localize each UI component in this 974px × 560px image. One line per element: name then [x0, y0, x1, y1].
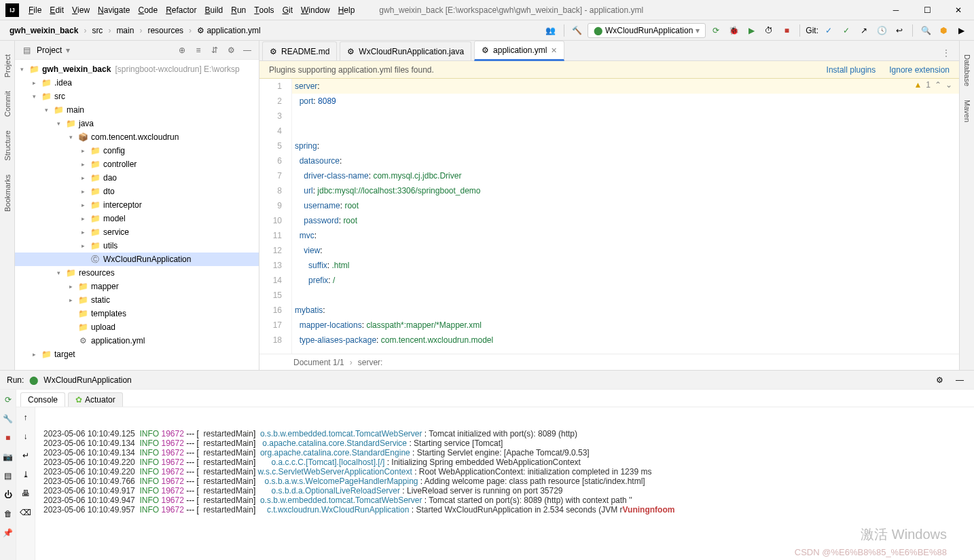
select-opened-file-icon[interactable]: ⊕: [176, 44, 188, 56]
menu-run[interactable]: Run: [227, 0, 250, 20]
breadcrumb[interactable]: main: [113, 24, 137, 37]
layout-action-icon[interactable]: ▤: [1, 468, 16, 483]
menu-edit[interactable]: Edit: [46, 0, 68, 20]
tools-action-icon[interactable]: 🔧: [1, 411, 16, 426]
delete-action-icon[interactable]: 🗑: [1, 506, 16, 521]
close-tab-icon[interactable]: ✕: [551, 46, 557, 55]
tree-node-utils[interactable]: ▸📁utils: [15, 239, 259, 253]
tree-node-mapper[interactable]: ▸📁mapper: [15, 280, 259, 293]
search-everywhere-icon[interactable]: 🔍: [918, 23, 933, 38]
editor-tab-wxcloudrunapplication-java[interactable]: ⚙WxCloudRunApplication.java: [340, 41, 471, 60]
tree-node--idea[interactable]: ▸📁.idea: [15, 76, 259, 90]
code-editor[interactable]: server: port: 8089 spring: datasource: d…: [292, 79, 959, 354]
menu-git[interactable]: Git: [278, 0, 297, 20]
editor-tab-readme-md[interactable]: ⚙README.md: [262, 41, 337, 60]
scroll-end-icon[interactable]: ⤓: [18, 467, 33, 482]
menu-tools[interactable]: Tools: [250, 0, 278, 20]
maximize-button[interactable]: ☐: [912, 0, 943, 20]
git-commit-icon[interactable]: ✓: [839, 23, 854, 38]
tree-node-dao[interactable]: ▸📁dao: [15, 171, 259, 185]
git-update-icon[interactable]: ✓: [821, 23, 836, 38]
tree-node-templates[interactable]: 📁templates: [15, 307, 259, 320]
tree-node-resources[interactable]: ▾📁resources: [15, 266, 259, 280]
dump-action-icon[interactable]: 📷: [1, 449, 16, 464]
tree-node-gwh_weixin_back[interactable]: ▾📁gwh_weixin_back[springboot-wxcloudrun]…: [15, 62, 259, 76]
menu-build[interactable]: Build: [201, 0, 228, 20]
menu-window[interactable]: Window: [297, 0, 334, 20]
tree-node-application-yml[interactable]: ⚙application.yml: [15, 334, 259, 348]
exit-action-icon[interactable]: ⏻: [1, 487, 16, 502]
jetbrains-icon[interactable]: ▶: [954, 23, 969, 38]
menu-refactor[interactable]: Refactor: [162, 0, 200, 20]
tree-node-interceptor[interactable]: ▸📁interceptor: [15, 198, 259, 212]
tree-node-service[interactable]: ▸📁service: [15, 225, 259, 239]
ide-settings-icon[interactable]: ⬢: [936, 23, 951, 38]
coverage-icon[interactable]: ▶: [744, 23, 759, 38]
run-config-selector[interactable]: ⬤ WxCloudRunApplication ▾: [588, 23, 706, 38]
breadcrumb[interactable]: gwh_weixin_back: [7, 24, 81, 37]
toolwindow-maven[interactable]: Maven: [963, 100, 971, 122]
settings-icon[interactable]: ⚙: [225, 44, 237, 56]
breadcrumb[interactable]: src: [89, 24, 105, 37]
menu-file[interactable]: File: [24, 0, 46, 20]
inspection-widget[interactable]: ▲ 1 ⌃⌄: [914, 80, 952, 90]
tree-node-main[interactable]: ▾📁main: [15, 103, 259, 117]
install-plugins-link[interactable]: Install plugins: [827, 65, 876, 75]
console-tab[interactable]: Console: [20, 392, 65, 407]
rerun-action-icon[interactable]: ⟳: [1, 392, 16, 407]
tree-node-target[interactable]: ▸📁target: [15, 348, 259, 361]
run-hide-icon[interactable]: —: [952, 373, 967, 388]
print-icon[interactable]: 🖶: [18, 486, 33, 501]
toolwindow-project[interactable]: Project: [3, 54, 12, 77]
run-config-label: WxCloudRunApplication: [605, 26, 693, 35]
editor-tab-application-yml[interactable]: ⚙application.yml✕: [474, 41, 564, 61]
git-push-icon[interactable]: ↗: [856, 23, 871, 38]
tree-node-java[interactable]: ▾📁java: [15, 117, 259, 130]
tree-node-dto[interactable]: ▸📁dto: [15, 185, 259, 198]
toolwindow-bookmarks[interactable]: Bookmarks: [3, 174, 12, 212]
up-icon[interactable]: ↑: [18, 410, 33, 425]
menu-help[interactable]: Help: [334, 0, 359, 20]
collapse-all-icon[interactable]: ⇵: [209, 44, 221, 56]
console-output[interactable]: 2023-05-06 10:10:49.125 INFO 19672 --- […: [35, 407, 974, 560]
minimize-button[interactable]: ─: [880, 0, 912, 20]
ignore-extension-link[interactable]: Ignore extension: [889, 65, 950, 75]
build-icon[interactable]: 🔨: [570, 23, 585, 38]
cwm-icon[interactable]: 👥: [543, 23, 558, 38]
stop-action-icon[interactable]: ■: [1, 430, 16, 445]
profile-icon[interactable]: ⏱: [761, 23, 776, 38]
debug-icon[interactable]: 🐞: [726, 23, 741, 38]
run-tool-window: Run: ⬤ WxCloudRunApplication ⚙ — ⟳ 🔧 ■ 📷…: [0, 370, 974, 560]
rerun-icon[interactable]: ⟳: [708, 23, 723, 38]
hide-icon[interactable]: —: [241, 44, 253, 56]
tree-node-controller[interactable]: ▸📁controller: [15, 157, 259, 171]
down-icon[interactable]: ↓: [18, 429, 33, 444]
close-button[interactable]: ✕: [943, 0, 974, 20]
tree-node-com-tencent-wxcloudrun[interactable]: ▾📦com.tencent.wxcloudrun: [15, 130, 259, 144]
toolwindow-structure[interactable]: Structure: [3, 130, 12, 161]
tree-node-upload[interactable]: 📁upload: [15, 320, 259, 334]
stop-icon[interactable]: ■: [779, 23, 794, 38]
tree-node-config[interactable]: ▸📁config: [15, 144, 259, 157]
toolwindow-database[interactable]: Database: [963, 54, 971, 86]
project-view-icon[interactable]: ▤: [20, 44, 33, 56]
clear-icon[interactable]: ⌫: [18, 505, 33, 520]
breadcrumb[interactable]: resources: [145, 24, 186, 37]
menu-navigate[interactable]: Navigate: [94, 0, 134, 20]
tree-node-static[interactable]: ▸📁static: [15, 293, 259, 307]
tabs-menu-icon[interactable]: ⋮: [939, 45, 954, 60]
menu-view[interactable]: View: [68, 0, 94, 20]
breadcrumb[interactable]: ⚙ application.yml: [194, 24, 264, 37]
soft-wrap-icon[interactable]: ↵: [18, 448, 33, 463]
git-rollback-icon[interactable]: ↩: [892, 23, 907, 38]
toolwindow-commit[interactable]: Commit: [3, 91, 12, 117]
tree-node-src[interactable]: ▾📁src: [15, 90, 259, 103]
git-history-icon[interactable]: 🕓: [874, 23, 889, 38]
tree-node-wxcloudrunapplication[interactable]: ⒸWxCloudRunApplication: [15, 253, 259, 266]
menu-code[interactable]: Code: [134, 0, 162, 20]
expand-all-icon[interactable]: ≡: [192, 44, 204, 56]
pin-action-icon[interactable]: 📌: [1, 525, 16, 540]
run-settings-icon[interactable]: ⚙: [932, 373, 947, 388]
tree-node-model[interactable]: ▸📁model: [15, 212, 259, 225]
actuator-tab[interactable]: ✿Actuator: [68, 392, 123, 407]
